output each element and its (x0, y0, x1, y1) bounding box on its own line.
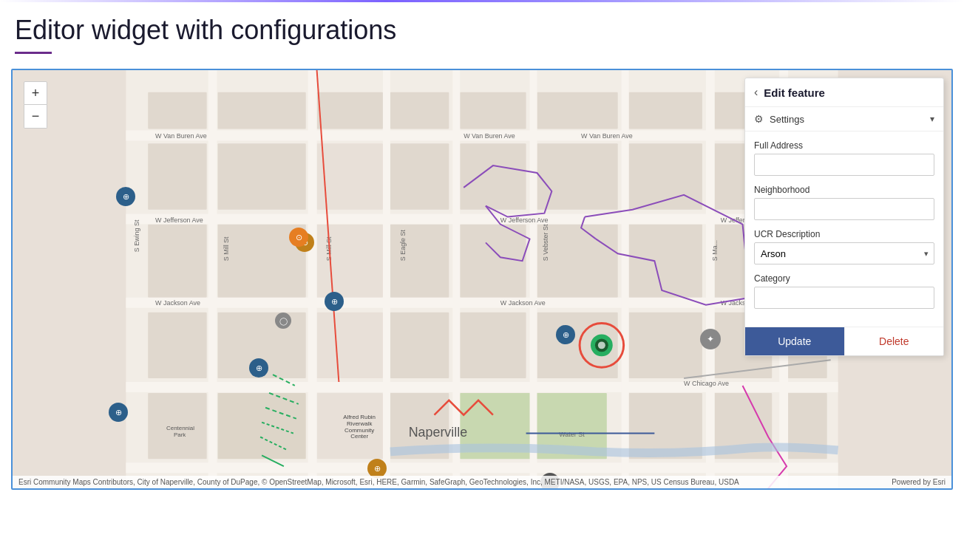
update-button[interactable]: Update (745, 327, 844, 355)
svg-text:Naperville: Naperville (409, 425, 467, 440)
svg-text:S Mill St: S Mill St (223, 236, 230, 261)
svg-rect-56 (706, 70, 715, 488)
zoom-in-button[interactable]: + (24, 81, 47, 105)
marker-blue-2[interactable]: ⊕ (325, 292, 344, 311)
svg-point-89 (598, 341, 605, 349)
category-input[interactable] (754, 287, 934, 309)
neighborhood-input[interactable] (754, 198, 934, 220)
svg-text:S Eagle St: S Eagle St (399, 229, 407, 261)
svg-rect-5 (460, 92, 526, 129)
settings-row[interactable]: ⚙ Settings ▾ (745, 107, 943, 132)
marker-orange-2[interactable]: ⊙ (289, 228, 308, 247)
svg-rect-32 (460, 313, 526, 378)
svg-rect-2 (218, 92, 306, 129)
svg-rect-4 (390, 92, 449, 129)
marker-blue-5[interactable]: ⊕ (556, 325, 575, 344)
title-underline (15, 52, 52, 54)
category-label: Category (754, 273, 934, 284)
svg-rect-38 (218, 393, 306, 459)
svg-text:Community: Community (344, 427, 374, 434)
marker-blue-4[interactable]: ⊕ (109, 403, 128, 422)
svg-rect-51 (308, 70, 317, 488)
settings-label: Settings (770, 114, 804, 125)
svg-rect-52 (383, 70, 390, 488)
svg-rect-12 (317, 143, 383, 209)
settings-chevron-icon: ▾ (930, 114, 934, 124)
svg-text:W Chicago Ave: W Chicago Ave (684, 380, 729, 387)
svg-text:W Van Buren Ave: W Van Buren Ave (464, 132, 515, 140)
svg-rect-7 (629, 92, 702, 129)
svg-text:Center: Center (350, 433, 368, 440)
edit-actions: Update Delete (745, 327, 943, 355)
svg-rect-10 (148, 143, 206, 209)
svg-text:W Jackson Ave: W Jackson Ave (500, 299, 546, 307)
svg-text:S Vebster St: S Vebster St (542, 224, 549, 261)
marker-compass[interactable]: ✦ (700, 329, 721, 349)
svg-rect-30 (317, 313, 383, 378)
svg-rect-1 (148, 92, 206, 129)
full-address-input[interactable] (754, 154, 934, 176)
delete-button[interactable]: Delete (844, 327, 944, 355)
ucr-description-label: UCR Description (754, 229, 934, 239)
svg-text:Centennial: Centennial (166, 425, 194, 431)
svg-rect-48 (126, 382, 838, 392)
page-header: Editor widget with configurations (0, 0, 964, 61)
marker-blue-3[interactable]: ⊕ (249, 358, 268, 378)
back-button[interactable]: ‹ (754, 86, 758, 99)
svg-rect-6 (537, 92, 617, 129)
svg-text:W Van Buren Ave: W Van Buren Ave (155, 132, 207, 140)
svg-rect-23 (460, 225, 526, 298)
svg-rect-14 (460, 143, 526, 209)
ucr-description-select[interactable]: Arson Assault Burglary Homicide Robbery … (754, 242, 934, 264)
ucr-description-group: UCR Description Arson Assault Burglary H… (754, 229, 934, 264)
svg-rect-25 (629, 225, 702, 298)
settings-left: ⚙ Settings (754, 113, 804, 125)
svg-rect-3 (317, 92, 383, 129)
zoom-out-button[interactable]: − (24, 105, 47, 129)
marker-blue-1[interactable]: ⊕ (116, 187, 135, 206)
svg-text:Water St: Water St (559, 431, 585, 438)
edit-panel-title: Edit feature (764, 86, 825, 99)
marker-gray-1: ◯ (275, 313, 291, 329)
neighborhood-label: Neighborhood (754, 185, 934, 195)
svg-rect-34 (629, 313, 702, 378)
edit-form: Full Address Neighborhood UCR Descriptio… (745, 132, 943, 327)
settings-icon: ⚙ (754, 113, 764, 125)
category-group: Category (754, 273, 934, 309)
top-loading-bar (0, 0, 964, 2)
svg-rect-13 (390, 143, 449, 209)
svg-text:S Ewing St: S Ewing St (133, 219, 140, 252)
svg-text:W Jackson Ave: W Jackson Ave (155, 299, 200, 307)
svg-rect-28 (148, 313, 206, 378)
svg-rect-54 (530, 70, 537, 488)
edit-panel: ‹ Edit feature ⚙ Settings ▾ Full Address… (744, 78, 944, 356)
svg-text:W Van Buren Ave: W Van Buren Ave (581, 132, 633, 140)
svg-text:Alfred Rubin: Alfred Rubin (343, 414, 376, 420)
svg-text:W Jefferson Ave: W Jefferson Ave (155, 216, 203, 224)
ucr-select-wrapper: Arson Assault Burglary Homicide Robbery … (754, 242, 934, 264)
svg-text:Park: Park (174, 431, 186, 438)
page-title: Editor widget with configurations (15, 15, 949, 46)
svg-rect-31 (390, 313, 449, 378)
svg-rect-11 (218, 143, 306, 209)
svg-rect-50 (208, 70, 217, 488)
edit-panel-header: ‹ Edit feature (745, 78, 943, 107)
svg-text:S Ma...: S Ma... (711, 240, 719, 261)
zoom-controls: + − (24, 81, 47, 129)
full-address-group: Full Address (754, 140, 934, 176)
map-attribution: Esri Community Maps Contributors, City o… (13, 476, 951, 488)
powered-by-text: Powered by Esri (892, 478, 946, 486)
map-container: S Ewing St S Mill St S Mill St S Eagle S… (11, 69, 953, 490)
neighborhood-group: Neighborhood (754, 185, 934, 220)
svg-text:Riverwalk: Riverwalk (347, 420, 372, 427)
svg-rect-19 (148, 225, 206, 298)
full-address-label: Full Address (754, 140, 934, 151)
svg-rect-49 (126, 462, 838, 473)
attribution-text: Esri Community Maps Contributors, City o… (18, 478, 739, 486)
